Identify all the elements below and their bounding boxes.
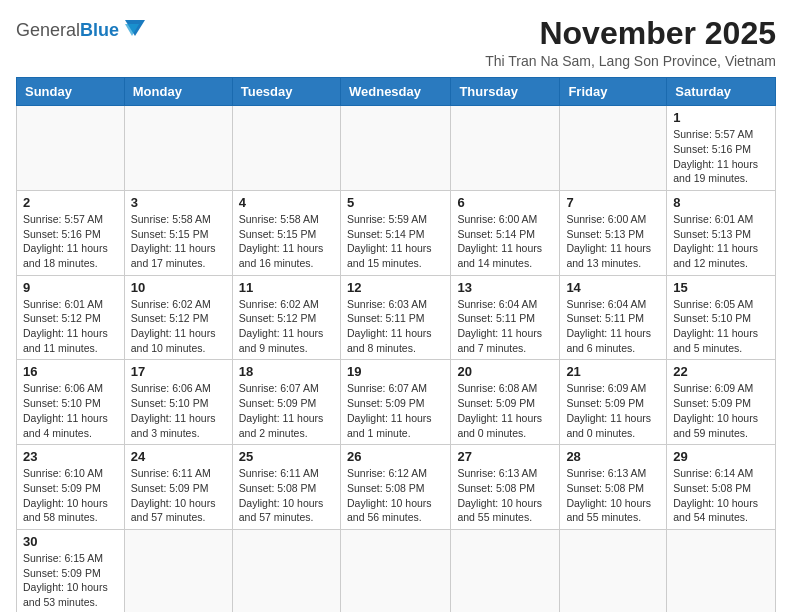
calendar-day-cell: 25Sunrise: 6:11 AM Sunset: 5:08 PM Dayli… bbox=[232, 445, 340, 530]
day-info: Sunrise: 6:07 AM Sunset: 5:09 PM Dayligh… bbox=[347, 381, 444, 440]
day-header-tuesday: Tuesday bbox=[232, 78, 340, 106]
calendar-day-cell: 24Sunrise: 6:11 AM Sunset: 5:09 PM Dayli… bbox=[124, 445, 232, 530]
calendar-week-row: 1Sunrise: 5:57 AM Sunset: 5:16 PM Daylig… bbox=[17, 106, 776, 191]
day-number: 7 bbox=[566, 195, 660, 210]
day-number: 20 bbox=[457, 364, 553, 379]
day-number: 4 bbox=[239, 195, 334, 210]
day-info: Sunrise: 6:01 AM Sunset: 5:12 PM Dayligh… bbox=[23, 297, 118, 356]
calendar-day-cell: 12Sunrise: 6:03 AM Sunset: 5:11 PM Dayli… bbox=[340, 275, 450, 360]
day-info: Sunrise: 6:06 AM Sunset: 5:10 PM Dayligh… bbox=[131, 381, 226, 440]
calendar-day-cell bbox=[560, 529, 667, 612]
logo-general-text: General bbox=[16, 20, 80, 41]
day-info: Sunrise: 6:15 AM Sunset: 5:09 PM Dayligh… bbox=[23, 551, 118, 610]
day-number: 22 bbox=[673, 364, 769, 379]
calendar-week-row: 2Sunrise: 5:57 AM Sunset: 5:16 PM Daylig… bbox=[17, 190, 776, 275]
calendar-week-row: 16Sunrise: 6:06 AM Sunset: 5:10 PM Dayli… bbox=[17, 360, 776, 445]
day-info: Sunrise: 6:09 AM Sunset: 5:09 PM Dayligh… bbox=[566, 381, 660, 440]
day-info: Sunrise: 6:07 AM Sunset: 5:09 PM Dayligh… bbox=[239, 381, 334, 440]
calendar-day-cell: 30Sunrise: 6:15 AM Sunset: 5:09 PM Dayli… bbox=[17, 529, 125, 612]
calendar-day-cell bbox=[451, 106, 560, 191]
calendar-day-cell: 13Sunrise: 6:04 AM Sunset: 5:11 PM Dayli… bbox=[451, 275, 560, 360]
day-number: 11 bbox=[239, 280, 334, 295]
calendar-day-cell: 16Sunrise: 6:06 AM Sunset: 5:10 PM Dayli… bbox=[17, 360, 125, 445]
calendar-day-cell: 11Sunrise: 6:02 AM Sunset: 5:12 PM Dayli… bbox=[232, 275, 340, 360]
title-area: November 2025 Thi Tran Na Sam, Lang Son … bbox=[485, 16, 776, 69]
day-info: Sunrise: 6:06 AM Sunset: 5:10 PM Dayligh… bbox=[23, 381, 118, 440]
day-info: Sunrise: 6:09 AM Sunset: 5:09 PM Dayligh… bbox=[673, 381, 769, 440]
day-info: Sunrise: 5:59 AM Sunset: 5:14 PM Dayligh… bbox=[347, 212, 444, 271]
day-info: Sunrise: 6:03 AM Sunset: 5:11 PM Dayligh… bbox=[347, 297, 444, 356]
calendar-day-cell bbox=[340, 529, 450, 612]
calendar-day-cell: 1Sunrise: 5:57 AM Sunset: 5:16 PM Daylig… bbox=[667, 106, 776, 191]
calendar-day-cell bbox=[232, 529, 340, 612]
calendar-day-cell bbox=[667, 529, 776, 612]
day-number: 16 bbox=[23, 364, 118, 379]
calendar-day-cell: 27Sunrise: 6:13 AM Sunset: 5:08 PM Dayli… bbox=[451, 445, 560, 530]
calendar-day-cell: 26Sunrise: 6:12 AM Sunset: 5:08 PM Dayli… bbox=[340, 445, 450, 530]
calendar-day-cell: 3Sunrise: 5:58 AM Sunset: 5:15 PM Daylig… bbox=[124, 190, 232, 275]
calendar-day-cell: 19Sunrise: 6:07 AM Sunset: 5:09 PM Dayli… bbox=[340, 360, 450, 445]
day-info: Sunrise: 5:57 AM Sunset: 5:16 PM Dayligh… bbox=[23, 212, 118, 271]
day-info: Sunrise: 6:13 AM Sunset: 5:08 PM Dayligh… bbox=[566, 466, 660, 525]
day-number: 27 bbox=[457, 449, 553, 464]
calendar-day-cell: 2Sunrise: 5:57 AM Sunset: 5:16 PM Daylig… bbox=[17, 190, 125, 275]
calendar-day-cell bbox=[560, 106, 667, 191]
calendar-day-cell: 14Sunrise: 6:04 AM Sunset: 5:11 PM Dayli… bbox=[560, 275, 667, 360]
day-number: 29 bbox=[673, 449, 769, 464]
day-number: 2 bbox=[23, 195, 118, 210]
day-header-monday: Monday bbox=[124, 78, 232, 106]
calendar-day-cell bbox=[340, 106, 450, 191]
day-number: 21 bbox=[566, 364, 660, 379]
calendar-day-cell: 22Sunrise: 6:09 AM Sunset: 5:09 PM Dayli… bbox=[667, 360, 776, 445]
day-info: Sunrise: 6:00 AM Sunset: 5:13 PM Dayligh… bbox=[566, 212, 660, 271]
day-number: 10 bbox=[131, 280, 226, 295]
day-number: 28 bbox=[566, 449, 660, 464]
calendar-week-row: 23Sunrise: 6:10 AM Sunset: 5:09 PM Dayli… bbox=[17, 445, 776, 530]
calendar-day-cell: 18Sunrise: 6:07 AM Sunset: 5:09 PM Dayli… bbox=[232, 360, 340, 445]
day-number: 9 bbox=[23, 280, 118, 295]
day-number: 23 bbox=[23, 449, 118, 464]
day-info: Sunrise: 6:11 AM Sunset: 5:09 PM Dayligh… bbox=[131, 466, 226, 525]
day-info: Sunrise: 5:58 AM Sunset: 5:15 PM Dayligh… bbox=[131, 212, 226, 271]
days-header-row: SundayMondayTuesdayWednesdayThursdayFrid… bbox=[17, 78, 776, 106]
page-header: General Blue November 2025 Thi Tran Na S… bbox=[16, 16, 776, 69]
calendar-table: SundayMondayTuesdayWednesdayThursdayFrid… bbox=[16, 77, 776, 612]
calendar-week-row: 9Sunrise: 6:01 AM Sunset: 5:12 PM Daylig… bbox=[17, 275, 776, 360]
day-info: Sunrise: 6:08 AM Sunset: 5:09 PM Dayligh… bbox=[457, 381, 553, 440]
day-info: Sunrise: 6:00 AM Sunset: 5:14 PM Dayligh… bbox=[457, 212, 553, 271]
day-number: 6 bbox=[457, 195, 553, 210]
day-info: Sunrise: 6:01 AM Sunset: 5:13 PM Dayligh… bbox=[673, 212, 769, 271]
day-number: 8 bbox=[673, 195, 769, 210]
day-number: 5 bbox=[347, 195, 444, 210]
calendar-day-cell: 29Sunrise: 6:14 AM Sunset: 5:08 PM Dayli… bbox=[667, 445, 776, 530]
calendar-day-cell: 7Sunrise: 6:00 AM Sunset: 5:13 PM Daylig… bbox=[560, 190, 667, 275]
calendar-day-cell: 17Sunrise: 6:06 AM Sunset: 5:10 PM Dayli… bbox=[124, 360, 232, 445]
day-number: 30 bbox=[23, 534, 118, 549]
day-header-thursday: Thursday bbox=[451, 78, 560, 106]
day-header-saturday: Saturday bbox=[667, 78, 776, 106]
day-number: 14 bbox=[566, 280, 660, 295]
day-info: Sunrise: 6:02 AM Sunset: 5:12 PM Dayligh… bbox=[239, 297, 334, 356]
day-header-friday: Friday bbox=[560, 78, 667, 106]
location-title: Thi Tran Na Sam, Lang Son Province, Viet… bbox=[485, 53, 776, 69]
calendar-day-cell: 5Sunrise: 5:59 AM Sunset: 5:14 PM Daylig… bbox=[340, 190, 450, 275]
day-number: 13 bbox=[457, 280, 553, 295]
day-info: Sunrise: 6:04 AM Sunset: 5:11 PM Dayligh… bbox=[566, 297, 660, 356]
day-info: Sunrise: 6:02 AM Sunset: 5:12 PM Dayligh… bbox=[131, 297, 226, 356]
day-number: 24 bbox=[131, 449, 226, 464]
day-header-wednesday: Wednesday bbox=[340, 78, 450, 106]
calendar-day-cell bbox=[124, 106, 232, 191]
calendar-day-cell: 9Sunrise: 6:01 AM Sunset: 5:12 PM Daylig… bbox=[17, 275, 125, 360]
calendar-day-cell: 4Sunrise: 5:58 AM Sunset: 5:15 PM Daylig… bbox=[232, 190, 340, 275]
month-title: November 2025 bbox=[485, 16, 776, 51]
day-number: 3 bbox=[131, 195, 226, 210]
calendar-day-cell: 8Sunrise: 6:01 AM Sunset: 5:13 PM Daylig… bbox=[667, 190, 776, 275]
calendar-day-cell: 23Sunrise: 6:10 AM Sunset: 5:09 PM Dayli… bbox=[17, 445, 125, 530]
calendar-day-cell bbox=[17, 106, 125, 191]
calendar-day-cell bbox=[451, 529, 560, 612]
day-info: Sunrise: 6:05 AM Sunset: 5:10 PM Dayligh… bbox=[673, 297, 769, 356]
day-info: Sunrise: 5:58 AM Sunset: 5:15 PM Dayligh… bbox=[239, 212, 334, 271]
day-number: 17 bbox=[131, 364, 226, 379]
logo: General Blue bbox=[16, 16, 149, 44]
calendar-day-cell: 6Sunrise: 6:00 AM Sunset: 5:14 PM Daylig… bbox=[451, 190, 560, 275]
